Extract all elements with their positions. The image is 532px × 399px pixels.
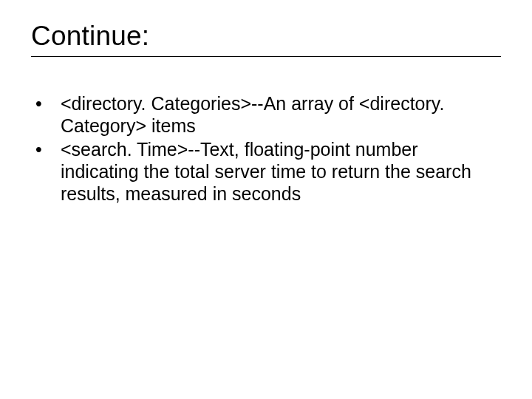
slide-title: Continue: [31, 21, 501, 57]
bullet-item: <search. Time>--Text, floating-point num… [31, 138, 501, 205]
bullet-list: <directory. Categories>--An array of <di… [31, 92, 501, 205]
bullet-item: <directory. Categories>--An array of <di… [31, 92, 501, 137]
slide-container: Continue: <directory. Categories>--An ar… [0, 0, 532, 399]
